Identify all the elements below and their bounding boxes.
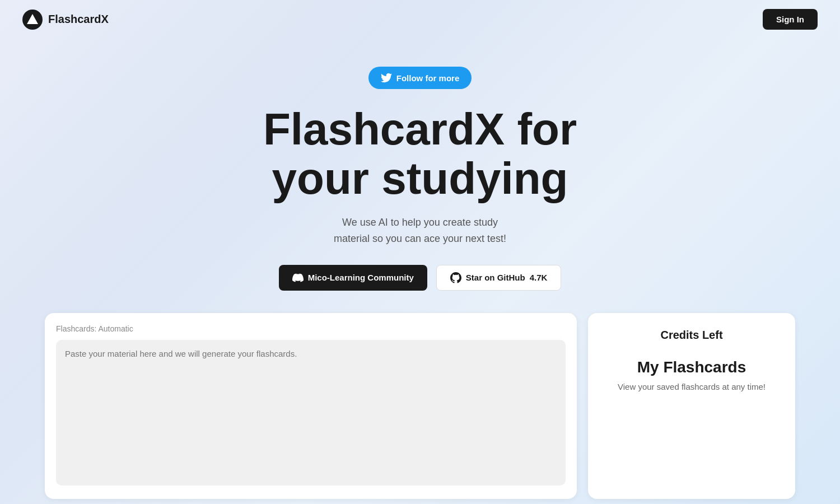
hero-subtitle-line2: material so you can ace your next test!: [334, 233, 506, 244]
logo-text: FlashcardX: [48, 13, 109, 26]
logo-icon: [22, 10, 43, 30]
my-flashcards-title: My Flashcards: [601, 358, 782, 376]
sign-in-button[interactable]: Sign In: [763, 9, 818, 30]
discord-icon: [292, 272, 304, 283]
hero-section: Follow for more FlashcardX for your stud…: [0, 39, 840, 313]
github-star-count: 4.7K: [530, 273, 548, 282]
material-input[interactable]: [56, 340, 566, 486]
community-btn-label: Mico-Learning Community: [308, 273, 414, 282]
credits-panel: Credits Left My Flashcards View your sav…: [588, 313, 795, 499]
follow-btn-label: Follow for more: [396, 73, 460, 83]
twitter-icon: [381, 72, 392, 83]
community-button[interactable]: Mico-Learning Community: [279, 265, 427, 291]
github-icon: [450, 272, 461, 283]
logo[interactable]: FlashcardX: [22, 10, 109, 30]
my-flashcards-subtitle: View your saved flashcards at any time!: [601, 382, 782, 391]
hero-subtitle-line1: We use AI to help you create study: [342, 217, 498, 228]
main-content: Flashcards: Automatic Credits Left My Fl…: [0, 313, 840, 499]
github-button[interactable]: Star on GitHub 4.7K: [436, 265, 562, 291]
follow-button[interactable]: Follow for more: [368, 67, 472, 89]
flashcard-panel: Flashcards: Automatic: [45, 313, 577, 499]
panel-label: Flashcards: Automatic: [56, 324, 566, 333]
navbar: FlashcardX Sign In: [0, 0, 840, 39]
github-btn-label: Star on GitHub: [466, 273, 525, 282]
hero-subtitle: We use AI to help you create study mater…: [334, 214, 506, 247]
credits-title: Credits Left: [601, 329, 782, 342]
hero-title-line1: FlashcardX for: [263, 104, 577, 154]
hero-title-line2: your studying: [272, 153, 568, 203]
hero-title: FlashcardX for your studying: [263, 105, 577, 203]
cta-buttons: Mico-Learning Community Star on GitHub 4…: [279, 265, 562, 291]
